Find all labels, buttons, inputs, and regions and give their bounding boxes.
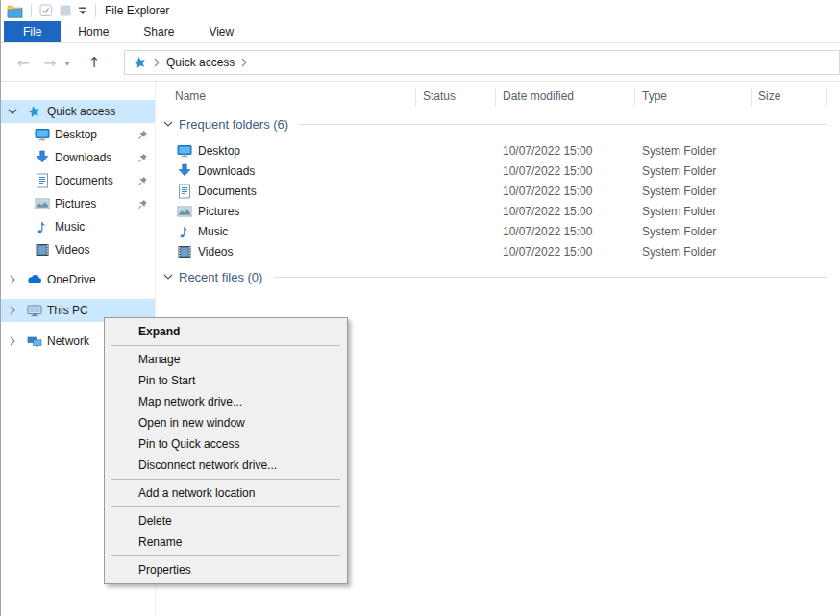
menu-separator	[111, 345, 340, 346]
titlebar-separator	[95, 4, 96, 17]
tab-share[interactable]: Share	[126, 21, 191, 42]
desktop-icon	[177, 143, 192, 159]
column-header-name[interactable]: Name	[175, 89, 206, 103]
tab-file[interactable]: File	[4, 21, 61, 42]
column-separator[interactable]	[495, 89, 496, 106]
menu-separator	[111, 555, 340, 556]
documents-icon	[177, 184, 192, 199]
file-type: System Folder	[642, 205, 716, 218]
menu-item-open-in-new-window[interactable]: Open in new window	[105, 412, 347, 433]
menu-item-pin-to-quick-access[interactable]: Pin to Quick access	[105, 433, 347, 455]
qat-customize-dropdown-icon[interactable]	[75, 6, 90, 16]
window-title: File Explorer	[105, 4, 169, 17]
downloads-icon	[35, 150, 50, 165]
sidebar-item-label: Desktop	[55, 128, 97, 141]
recent-locations-dropdown-icon[interactable]: ▾	[61, 51, 74, 74]
file-type: System Folder	[642, 164, 716, 178]
sidebar-item-quick-access[interactable]: Quick access	[1, 100, 155, 123]
chevron-right-icon[interactable]	[8, 336, 19, 346]
column-header-type[interactable]: Type	[642, 89, 667, 103]
chevron-right-icon[interactable]	[8, 275, 19, 284]
documents-icon	[35, 173, 50, 188]
back-button[interactable]: ←	[11, 51, 36, 74]
group-header-recent-files[interactable]: Recent files (0)	[163, 270, 827, 284]
file-date-modified: 10/07/2022 15:00	[503, 164, 592, 178]
menu-item-map-network-drive[interactable]: Map network drive...	[105, 391, 347, 412]
column-separator[interactable]	[634, 89, 635, 106]
sidebar-item-desktop[interactable]: Desktop	[1, 123, 155, 146]
file-name: Music	[198, 225, 228, 238]
music-icon	[177, 224, 192, 239]
menu-item-add-a-network-location[interactable]: Add a network location	[105, 482, 347, 504]
sidebar-item-label: Pictures	[55, 197, 96, 210]
sidebar-item-documents[interactable]: Documents	[1, 169, 155, 192]
menu-item-expand[interactable]: Expand	[105, 321, 347, 342]
column-header-status[interactable]: Status	[423, 89, 456, 103]
file-row-music[interactable]: Music 10/07/2022 15:00 System Folder	[156, 222, 840, 242]
pin-icon	[137, 153, 148, 163]
breadcrumb-chevron-icon[interactable]	[240, 58, 248, 67]
qat-new-item-icon[interactable]	[56, 3, 75, 18]
chevron-down-icon[interactable]	[8, 107, 19, 116]
menu-item-disconnect-network-drive[interactable]: Disconnect network drive...	[105, 455, 347, 476]
desktop-icon	[35, 127, 50, 142]
address-bar[interactable]: Quick access	[124, 50, 840, 75]
sidebar-item-videos[interactable]: Videos	[1, 238, 155, 261]
group-header-label: Frequent folders (6)	[179, 117, 288, 132]
file-name: Desktop	[198, 144, 240, 158]
breadcrumb-chevron-icon[interactable]	[153, 58, 161, 67]
file-name: Downloads	[198, 164, 255, 178]
qat-checkbox-icon[interactable]	[37, 3, 56, 18]
file-date-modified: 10/07/2022 15:00	[503, 185, 592, 198]
sidebar-item-downloads[interactable]: Downloads	[1, 146, 155, 169]
pin-icon	[137, 176, 148, 186]
up-button[interactable]: ↑	[82, 51, 107, 74]
group-header-label: Recent files (0)	[179, 270, 262, 284]
context-menu: Expand Manage Pin to Start Map network d…	[104, 317, 348, 584]
chevron-right-icon[interactable]	[8, 306, 19, 315]
sidebar-item-label: Music	[55, 220, 85, 234]
menu-item-manage[interactable]: Manage	[105, 349, 347, 370]
breadcrumb-location[interactable]: Quick access	[166, 56, 235, 69]
chevron-down-icon[interactable]	[163, 273, 173, 282]
file-row-documents[interactable]: Documents 10/07/2022 15:00 System Folder	[156, 182, 840, 202]
music-icon	[35, 219, 50, 234]
file-type: System Folder	[642, 245, 716, 259]
sidebar-item-onedrive[interactable]: OneDrive	[1, 268, 155, 291]
pictures-icon	[35, 196, 50, 211]
file-type: System Folder	[642, 144, 716, 158]
column-header-size[interactable]: Size	[758, 89, 780, 103]
pin-icon	[137, 130, 148, 140]
title-bar: File Explorer	[1, 0, 840, 21]
file-type: System Folder	[642, 225, 716, 238]
sidebar-item-music[interactable]: Music	[1, 215, 155, 238]
sidebar-item-label: Videos	[55, 243, 89, 257]
menu-item-delete[interactable]: Delete	[105, 510, 347, 531]
forward-button[interactable]: →	[37, 51, 62, 74]
menu-separator	[111, 479, 340, 480]
sidebar-item-label: This PC	[47, 304, 88, 317]
file-row-videos[interactable]: Videos 10/07/2022 15:00 System Folder	[156, 242, 840, 262]
file-row-downloads[interactable]: Downloads 10/07/2022 15:00 System Folder	[156, 161, 840, 182]
this-pc-icon	[27, 303, 42, 318]
file-date-modified: 10/07/2022 15:00	[503, 205, 592, 218]
menu-item-pin-to-start[interactable]: Pin to Start	[105, 370, 347, 391]
column-separator[interactable]	[826, 89, 827, 106]
menu-item-properties[interactable]: Properties	[105, 559, 347, 580]
sidebar-item-label: OneDrive	[47, 273, 96, 286]
column-separator[interactable]	[415, 89, 416, 106]
column-header-date-modified[interactable]: Date modified	[503, 89, 574, 103]
group-header-frequent-folders[interactable]: Frequent folders (6)	[163, 117, 827, 132]
menu-item-rename[interactable]: Rename	[105, 531, 347, 553]
tab-view[interactable]: View	[191, 21, 251, 42]
sidebar-item-pictures[interactable]: Pictures	[1, 192, 155, 215]
chevron-down-icon[interactable]	[163, 120, 173, 129]
videos-icon	[35, 242, 50, 258]
network-icon	[27, 333, 42, 349]
file-row-pictures[interactable]: Pictures 10/07/2022 15:00 System Folder	[156, 202, 840, 222]
column-separator[interactable]	[751, 89, 752, 106]
sidebar-item-label: Downloads	[55, 151, 111, 164]
ribbon-tab-row: File Home Share View	[1, 21, 840, 43]
tab-home[interactable]: Home	[61, 21, 126, 42]
file-row-desktop[interactable]: Desktop 10/07/2022 15:00 System Folder	[156, 141, 840, 161]
